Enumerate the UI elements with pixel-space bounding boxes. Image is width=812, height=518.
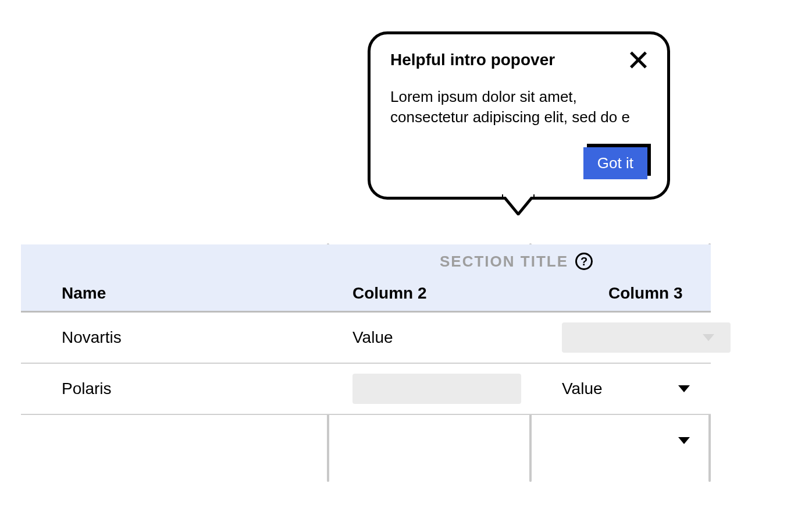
row-col2-value: Value (329, 328, 533, 347)
row-name: Novartis (21, 328, 329, 347)
intro-popover: Helpful intro popover Lorem ipsum dolor … (368, 31, 670, 200)
table-header: SECTION TITLE ? Name Column 2 Column 3 (21, 244, 711, 313)
chevron-down-icon (678, 437, 690, 444)
popover-title: Helpful intro popover (390, 51, 555, 69)
input-placeholder[interactable] (352, 374, 521, 404)
row-col3-dropdown[interactable]: Value (533, 379, 711, 398)
chevron-down-icon (678, 385, 690, 392)
row-col3-dropdown[interactable] (533, 437, 711, 444)
section-title: SECTION TITLE (440, 253, 568, 271)
column-header-name: Name (21, 284, 329, 303)
column-header-col2: Column 2 (329, 284, 533, 303)
table-row: Polaris Value (21, 364, 711, 415)
chevron-down-icon (703, 334, 714, 341)
popover-body: Lorem ipsum dolor sit amet, consectetur … (390, 87, 647, 127)
table-row: Novartis Value (21, 313, 711, 364)
table-row-empty (21, 415, 711, 466)
dropdown-placeholder[interactable] (562, 322, 731, 353)
got-it-button[interactable]: Got it (583, 147, 647, 179)
popover-tail (502, 194, 535, 214)
row-col3-dropdown[interactable] (533, 322, 746, 353)
close-icon[interactable] (629, 51, 647, 69)
column-header-col3: Column 3 (533, 284, 711, 303)
data-table: SECTION TITLE ? Name Column 2 Column 3 N… (21, 244, 711, 466)
help-icon[interactable]: ? (575, 253, 593, 270)
row-name: Polaris (21, 379, 329, 398)
row-col3-value: Value (562, 379, 603, 398)
